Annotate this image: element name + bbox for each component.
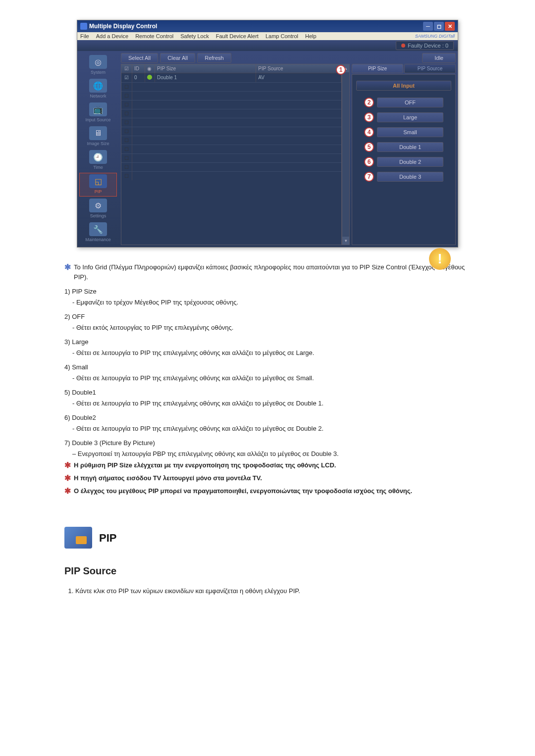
badge-3: 3 — [364, 112, 374, 122]
sidebar-item-pip[interactable]: ◱PIP — [79, 173, 117, 197]
note-1: Η ρύθμιση PIP Size ελέγχεται με την ενερ… — [74, 460, 336, 470]
pip-step-1: Κάντε κλικ στο PIP των κύριων εικονιδίων… — [75, 586, 471, 596]
minimize-button[interactable]: ─ — [423, 22, 433, 31]
option-large[interactable]: Large — [377, 112, 443, 122]
network-icon: 🌐 — [89, 79, 107, 93]
sidebar: ◎System 🌐Network 📺Input Source 🖥Image Si… — [77, 51, 119, 247]
control-panel: 1 PIP Size PIP Source All Input 2OFF 3La… — [352, 64, 456, 245]
menu-safety-lock[interactable]: Safety Lock — [180, 33, 209, 39]
star-icon: ✱ — [64, 472, 71, 484]
main-area: Select All Clear All Refresh Idle ☑ ID ◉… — [119, 51, 458, 247]
star-icon: ✱ — [64, 485, 71, 497]
option-double2[interactable]: Double 2 — [377, 157, 443, 167]
sidebar-item-image-size[interactable]: 🖥Image Size — [79, 125, 117, 148]
status-strip: Faulty Device : 0 — [77, 40, 458, 51]
badge-2: 2 — [364, 98, 374, 107]
star-icon: ✱ — [64, 459, 71, 471]
item-title: PIP Size — [72, 288, 97, 295]
table-row[interactable]: ☑ 0 Double 1 AV — [121, 73, 341, 82]
option-off[interactable]: OFF — [377, 98, 443, 107]
pip-steps: Κάντε κλικ στο PIP των κύριων εικονιδίων… — [75, 586, 471, 596]
row-id: 0 — [132, 73, 145, 82]
tab-pip-size[interactable]: PIP Size — [352, 64, 403, 73]
row-size: Double 1 — [155, 73, 256, 82]
select-all-button[interactable]: Select All — [121, 53, 158, 63]
scrollbar[interactable]: ▴ ▾ — [342, 64, 350, 245]
option-small[interactable]: Small — [377, 127, 443, 137]
titlebar: Multiple Display Control ─ ◻ ✕ — [77, 20, 458, 32]
row-source: AV — [256, 73, 341, 82]
sidebar-item-time[interactable]: 🕘Time — [79, 149, 117, 172]
menu-remote-control[interactable]: Remote Control — [135, 33, 173, 39]
sidebar-item-network[interactable]: 🌐Network — [79, 78, 117, 101]
badge-6: 6 — [364, 157, 374, 167]
intro-text: Το Info Grid (Πλέγμα Πληροφοριών) εμφανί… — [74, 262, 471, 282]
sidebar-item-settings[interactable]: ⚙Settings — [79, 198, 117, 220]
menu-add-device[interactable]: Add a Device — [96, 33, 128, 39]
sidebar-item-maintenance[interactable]: 🔧Maintenance — [79, 221, 117, 244]
option-double3[interactable]: Double 3 — [377, 172, 443, 182]
maintenance-icon: 🔧 — [89, 222, 107, 236]
row-status — [145, 73, 155, 82]
sidebar-item-system[interactable]: ◎System — [79, 54, 117, 77]
scroll-down-icon[interactable]: ▾ — [342, 237, 349, 245]
item-desc: - Εμφανίζει το τρέχον Μέγεθος PIP της τρ… — [72, 298, 471, 307]
app-icon — [80, 23, 87, 30]
note-3: Ο έλεγχος του μεγέθους PIP μπορεί να πρα… — [74, 486, 412, 496]
col-pip-source: PIP Source — [256, 64, 341, 73]
close-button[interactable]: ✕ — [445, 22, 455, 31]
faulty-device-badge: Faulty Device : 0 — [396, 41, 454, 50]
col-check[interactable]: ☑ — [121, 64, 132, 73]
status-dot-icon — [147, 75, 152, 80]
pip-source-heading: PIP Source — [64, 563, 471, 578]
window-title: Multiple Display Control — [89, 23, 157, 30]
clear-all-button[interactable]: Clear All — [160, 53, 195, 63]
brand-label: SAMSUNG DIGITall — [415, 34, 455, 39]
pip-section-header: PIP — [64, 527, 471, 549]
pip-section-icon — [64, 527, 92, 549]
warning-icon: ! — [429, 248, 451, 270]
badge-1: 1 — [336, 65, 346, 75]
doc-section: ✱ Το Info Grid (Πλέγμα Πληροφοριών) εμφα… — [64, 262, 471, 596]
col-status: ◉ — [145, 64, 155, 73]
all-input-label: All Input — [356, 81, 451, 91]
window-buttons: ─ ◻ ✕ — [423, 22, 455, 31]
menu-help[interactable]: Help — [305, 33, 317, 39]
input-source-icon: 📺 — [89, 102, 107, 116]
fault-dot-icon — [401, 44, 405, 48]
app-body: ◎System 🌐Network 📺Input Source 🖥Image Si… — [77, 51, 458, 247]
menubar: File Add a Device Remote Control Safety … — [77, 32, 458, 40]
item-num: 1) — [64, 288, 70, 295]
info-star-icon: ✱ — [64, 261, 71, 273]
menu-fault-alert[interactable]: Fault Device Alert — [216, 33, 259, 39]
menu-file[interactable]: File — [80, 33, 89, 39]
tab-pip-source[interactable]: PIP Source — [404, 64, 456, 73]
image-size-icon: 🖥 — [89, 126, 107, 140]
badge-5: 5 — [364, 142, 374, 152]
time-icon: 🕘 — [89, 150, 107, 164]
refresh-button[interactable]: Refresh — [197, 53, 231, 63]
info-grid: ☑ ID ◉ PIP Size PIP Source ☑ 0 Double 1 … — [121, 64, 350, 245]
note-2: Η πηγή σήματος εισόδου TV λειτουργεί μόν… — [74, 473, 262, 483]
app-window: Multiple Display Control ─ ◻ ✕ File Add … — [77, 20, 458, 248]
maximize-button[interactable]: ◻ — [434, 22, 444, 31]
badge-4: 4 — [364, 127, 374, 137]
system-icon: ◎ — [89, 55, 107, 69]
col-id: ID — [132, 64, 145, 73]
sidebar-item-input-source[interactable]: 📺Input Source — [79, 101, 117, 124]
pip-icon: ◱ — [89, 174, 107, 188]
faulty-text: Faulty Device : 0 — [408, 43, 448, 49]
badge-7: 7 — [364, 172, 374, 182]
toolbar: Select All Clear All Refresh Idle — [121, 53, 456, 63]
pip-title: PIP — [99, 530, 116, 546]
idle-button[interactable]: Idle — [422, 53, 456, 63]
settings-icon: ⚙ — [89, 199, 107, 212]
row-check[interactable]: ☑ — [121, 73, 132, 82]
option-double1[interactable]: Double 1 — [377, 142, 443, 152]
menu-lamp-control[interactable]: Lamp Control — [266, 33, 298, 39]
col-pip-size: PIP Size — [155, 64, 256, 73]
